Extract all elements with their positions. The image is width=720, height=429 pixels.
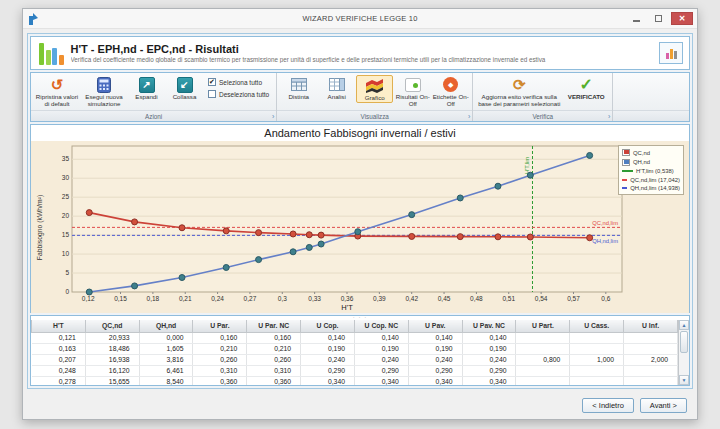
table-cell[interactable]: 6,461 [139, 365, 193, 376]
data-point[interactable] [132, 219, 138, 225]
table-cell[interactable] [570, 365, 624, 376]
table-cell[interactable]: 0,190 [408, 343, 462, 354]
table-cell[interactable] [570, 332, 624, 343]
table-cell[interactable]: 0,190 [301, 343, 355, 354]
aggiorna-esito-button[interactable]: ⟳ Aggiorna esito verifica sulla base dei… [476, 75, 562, 108]
data-point[interactable] [290, 231, 296, 237]
data-point[interactable] [318, 241, 324, 247]
table-cell[interactable]: 0,210 [193, 343, 247, 354]
table-cell[interactable]: 18,486 [85, 343, 139, 354]
analisi-button[interactable]: Analisi [318, 75, 355, 101]
table-cell[interactable] [624, 332, 678, 343]
data-point[interactable] [527, 234, 533, 240]
table-cell[interactable]: 1,000 [570, 354, 624, 365]
etichette-onoff-button[interactable]: ◆ Etichette On-Off [432, 75, 469, 108]
table-cell[interactable]: 0,800 [516, 354, 570, 365]
table-cell[interactable]: 16,938 [85, 354, 139, 365]
table-cell[interactable]: 0,360 [247, 376, 301, 385]
table-cell[interactable] [570, 343, 624, 354]
distinta-button[interactable]: Distinta [280, 75, 317, 101]
dialog-launcher-icon[interactable]: › [608, 111, 610, 122]
data-point[interactable] [457, 195, 463, 201]
dialog-launcher-icon[interactable]: › [468, 111, 470, 122]
espandi-button[interactable]: ↗ Espandi [128, 75, 165, 101]
data-point[interactable] [223, 264, 229, 270]
table-cell[interactable]: 0,000 [139, 332, 193, 343]
table-cell[interactable]: 0,310 [247, 365, 301, 376]
table-cell[interactable]: 2,000 [624, 354, 678, 365]
table-cell[interactable]: 0,240 [462, 354, 516, 365]
data-point[interactable] [290, 249, 296, 255]
scroll-up-icon[interactable]: ▲ [679, 320, 689, 330]
table-cell[interactable] [516, 376, 570, 385]
column-header[interactable]: U Inf. [624, 320, 678, 332]
data-point[interactable] [86, 210, 92, 216]
table-cell[interactable]: 0,163 [32, 343, 86, 354]
table-cell[interactable]: 0,140 [354, 332, 408, 343]
table-cell[interactable]: 0,340 [408, 376, 462, 385]
column-header[interactable]: QC,nd [85, 320, 139, 332]
table-cell[interactable]: 0,240 [301, 354, 355, 365]
table-cell[interactable]: 0,140 [301, 332, 355, 343]
chart-svg[interactable]: 051015202530350,120,150,180,210,240,270,… [46, 142, 626, 312]
data-point[interactable] [306, 232, 312, 238]
close-button[interactable]: ✕ [671, 12, 693, 25]
table-cell[interactable] [570, 376, 624, 385]
table-cell[interactable]: 0,278 [32, 376, 86, 385]
deseleziona-tutto-checkbox[interactable]: Deseleziona tutto [208, 90, 269, 98]
table-cell[interactable]: 0,290 [462, 365, 516, 376]
column-header[interactable]: U Pav. [408, 320, 462, 332]
table-cell[interactable] [516, 343, 570, 354]
table-cell[interactable]: 3,816 [139, 354, 193, 365]
scroll-down-icon[interactable]: ▼ [679, 375, 689, 385]
table-cell[interactable]: 0,290 [301, 365, 355, 376]
table-cell[interactable] [516, 332, 570, 343]
vertical-scrollbar[interactable]: ▲ ▼ [678, 320, 689, 385]
table-cell[interactable]: 0,290 [408, 365, 462, 376]
scrollbar-thumb[interactable] [680, 331, 688, 353]
column-header[interactable]: U Par. NC [247, 320, 301, 332]
dialog-launcher-icon[interactable]: › [272, 111, 274, 122]
table-cell[interactable]: 0,240 [408, 354, 462, 365]
risultati-onoff-button[interactable]: Risultati On-Off [394, 75, 431, 108]
esegui-simulazione-button[interactable]: Esegui nuova simulazione [81, 75, 127, 108]
table-cell[interactable]: 0,340 [462, 376, 516, 385]
table-cell[interactable]: 0,140 [408, 332, 462, 343]
data-point[interactable] [179, 275, 185, 281]
data-point[interactable] [495, 183, 501, 189]
table-cell[interactable]: 0,360 [193, 376, 247, 385]
grafico-button[interactable]: Grafico [356, 75, 393, 103]
seleziona-tutto-checkbox[interactable]: ✔ Seleziona tutto [208, 78, 269, 86]
data-point[interactable] [355, 229, 361, 235]
table-cell[interactable]: 20,933 [85, 332, 139, 343]
table-row[interactable]: 0,27815,6558,5400,3600,3600,3400,3400,34… [32, 376, 678, 385]
table-cell[interactable] [516, 365, 570, 376]
data-point[interactable] [409, 233, 415, 239]
table-cell[interactable]: 0,160 [193, 332, 247, 343]
table-row[interactable]: 0,24816,1206,4610,3100,3100,2900,2900,29… [32, 365, 678, 376]
table-row[interactable]: 0,12120,9330,0000,1600,1600,1400,1400,14… [32, 332, 678, 343]
data-point[interactable] [223, 228, 229, 234]
column-header[interactable]: U Par. [193, 320, 247, 332]
data-point[interactable] [587, 235, 593, 241]
data-point[interactable] [306, 244, 312, 250]
table-cell[interactable] [624, 343, 678, 354]
column-header[interactable]: QH,nd [139, 320, 193, 332]
data-point[interactable] [256, 230, 262, 236]
data-point[interactable] [409, 212, 415, 218]
table-cell[interactable]: 0,248 [32, 365, 86, 376]
collassa-button[interactable]: ↙ Collassa [166, 75, 203, 101]
table-cell[interactable]: 0,121 [32, 332, 86, 343]
table-cell[interactable] [624, 365, 678, 376]
column-header[interactable]: U Cass. [570, 320, 624, 332]
column-header[interactable]: U Cop. [301, 320, 355, 332]
table-cell[interactable]: 0,340 [301, 376, 355, 385]
table-cell[interactable] [624, 376, 678, 385]
app-logo-button[interactable] [659, 42, 683, 64]
data-point[interactable] [527, 172, 533, 178]
data-point[interactable] [495, 234, 501, 240]
minimize-button[interactable] [627, 12, 645, 25]
table-row[interactable]: 0,16318,4861,6050,2100,2100,1900,1900,19… [32, 343, 678, 354]
back-button[interactable]: < Indietro [582, 398, 633, 413]
table-cell[interactable]: 15,655 [85, 376, 139, 385]
